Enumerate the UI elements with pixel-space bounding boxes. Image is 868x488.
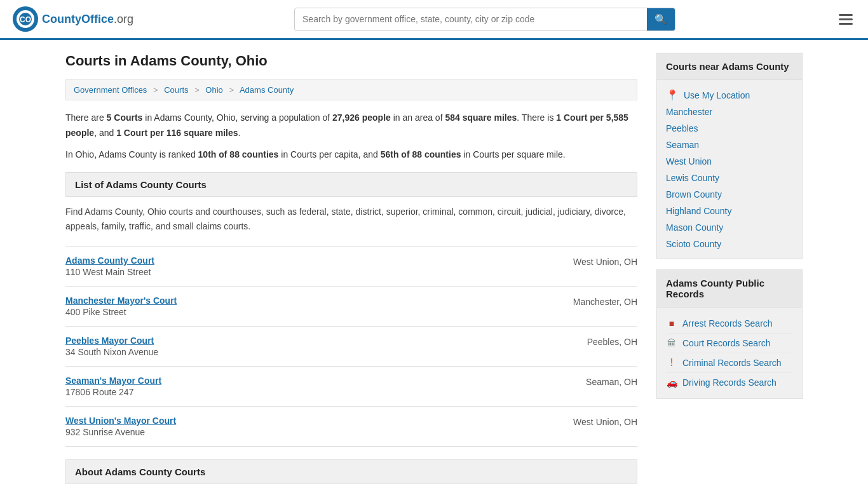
rank-para: In Ohio, Adams County is ranked 10th of … [65, 147, 637, 163]
sidebar-county-highland[interactable]: Highland County [666, 203, 793, 219]
court-row-0: Adams County Court 110 West Main Street … [65, 255, 637, 277]
pub-record-item-1: 🏛 Court Records Search [666, 334, 793, 353]
content-area: Courts in Adams County, Ohio Government … [65, 53, 637, 484]
sidebar-county-mason[interactable]: Mason County [666, 219, 793, 236]
use-my-location-link[interactable]: Use My Location [684, 90, 750, 100]
court-item-4: West Union's Mayor Court 932 Sunrise Ave… [65, 406, 637, 447]
court-name-3[interactable]: Seaman's Mayor Court [65, 376, 161, 386]
driving-records-link[interactable]: Driving Records Search [682, 377, 776, 388]
courts-near-box: Courts near Adams County 📍 Use My Locati… [656, 53, 803, 259]
population: 27,926 people [332, 112, 391, 123]
public-records-box: Adams County Public Records ■ Arrest Rec… [656, 269, 803, 399]
court-row-2: Peebles Mayor Court 34 South Nixon Avenu… [65, 336, 637, 357]
pub-record-item-2: ! Criminal Records Search [666, 353, 793, 373]
breadcrumb-sep-3: > [229, 85, 234, 95]
search-icon: 🔍 [654, 14, 667, 25]
sidebar-county-lewis[interactable]: Lewis County [666, 170, 793, 186]
sidebar: Courts near Adams County 📍 Use My Locati… [656, 53, 803, 484]
sidebar-city-manchester[interactable]: Manchester [666, 104, 793, 120]
sidebar-city-seaman[interactable]: Seaman [666, 137, 793, 153]
public-records-header: Adams County Public Records [657, 270, 802, 308]
court-list: Adams County Court 110 West Main Street … [65, 246, 637, 447]
sidebar-city-peebles[interactable]: Peebles [666, 120, 793, 137]
court-item-0: Adams County Court 110 West Main Street … [65, 246, 637, 286]
court-row-4: West Union's Mayor Court 932 Sunrise Ave… [65, 416, 637, 437]
criminal-icon: ! [666, 357, 677, 369]
courts-count: 5 Courts [107, 112, 143, 123]
court-location-4: West Union, OH [573, 417, 637, 427]
courts-near-header: Courts near Adams County [657, 53, 802, 80]
arrest-icon: ■ [666, 318, 677, 329]
main-container: Courts in Adams County, Ohio Government … [53, 40, 815, 488]
court-name-2[interactable]: Peebles Mayor Court [65, 336, 158, 346]
breadcrumb-sep-2: > [194, 85, 200, 95]
search-button[interactable]: 🔍 [647, 8, 675, 30]
description-text: Find Adams County, Ohio courts and court… [65, 205, 637, 233]
sidebar-county-brown[interactable]: Brown County [666, 186, 793, 203]
court-location-2: Peebles, OH [587, 337, 637, 347]
court-records-link[interactable]: Court Records Search [682, 338, 771, 348]
court-item-1: Manchester Mayor's Court 400 Pike Street… [65, 286, 637, 326]
menu-button[interactable] [836, 11, 855, 27]
use-my-location-item: 📍 Use My Location [666, 86, 793, 104]
court-name-1[interactable]: Manchester Mayor's Court [65, 295, 177, 306]
svg-text:CO: CO [20, 15, 31, 24]
court-location-1: Manchester, OH [573, 297, 637, 307]
breadcrumb-item-gov[interactable]: Government Offices [74, 85, 147, 95]
court-info-2: Peebles Mayor Court 34 South Nixon Avenu… [65, 336, 158, 357]
court-info-0: Adams County Court 110 West Main Street [65, 255, 154, 277]
criminal-records-link[interactable]: Criminal Records Search [682, 358, 782, 368]
court-location-3: Seaman, OH [586, 377, 637, 387]
area: 584 square miles [445, 112, 517, 123]
menu-bar-top [839, 14, 853, 16]
court-name-4[interactable]: West Union's Mayor Court [65, 416, 176, 426]
menu-bar-mid [839, 18, 853, 20]
rank-capita: 10th of 88 counties [198, 149, 279, 159]
court-address-2: 34 South Nixon Avenue [65, 347, 158, 357]
court-info-1: Manchester Mayor's Court 400 Pike Street [65, 295, 177, 317]
breadcrumb: Government Offices > Courts > Ohio > Ada… [65, 79, 637, 100]
pub-record-item-3: 🚗 Driving Records Search [666, 373, 793, 392]
breadcrumb-sep-1: > [153, 85, 158, 95]
breadcrumb-item-adams[interactable]: Adams County [240, 85, 294, 95]
court-location-0: West Union, OH [573, 257, 637, 267]
court-info-3: Seaman's Mayor Court 17806 Route 247 [65, 376, 161, 397]
court-address-1: 400 Pike Street [65, 307, 177, 317]
logo-text: CountyOffice.org [42, 13, 133, 26]
court-address-4: 932 Sunrise Avenue [65, 427, 176, 437]
public-records-content: ■ Arrest Records Search 🏛 Court Records … [657, 308, 802, 398]
logo-icon: CO [13, 6, 38, 32]
court-name-0[interactable]: Adams County Court [65, 255, 154, 266]
court-item-2: Peebles Mayor Court 34 South Nixon Avenu… [65, 326, 637, 366]
court-address-3: 17806 Route 247 [65, 387, 161, 397]
page-title: Courts in Adams County, Ohio [65, 53, 637, 69]
court-info-4: West Union's Mayor Court 932 Sunrise Ave… [65, 416, 176, 437]
sidebar-county-scioto[interactable]: Scioto County [666, 236, 793, 252]
courts-near-content: 📍 Use My Location Manchester Peebles Sea… [657, 80, 802, 259]
about-section-header: About Adams County Courts [65, 459, 637, 484]
court-row-3: Seaman's Mayor Court 17806 Route 247 Sea… [65, 376, 637, 397]
logo-area: CO CountyOffice.org [13, 6, 133, 32]
search-input[interactable] [295, 9, 647, 29]
search-area: 🔍 [294, 8, 675, 31]
driving-icon: 🚗 [666, 377, 677, 388]
breadcrumb-item-courts[interactable]: Courts [164, 85, 188, 95]
court-icon: 🏛 [666, 337, 677, 349]
rank-mile: 56th of 88 counties [381, 149, 461, 159]
breadcrumb-item-ohio[interactable]: Ohio [205, 85, 222, 95]
pub-record-item-0: ■ Arrest Records Search [666, 314, 793, 334]
per-mile: 1 Court per 116 square miles [116, 128, 238, 138]
stats-para: There are 5 Courts in Adams County, Ohio… [65, 111, 637, 141]
court-row-1: Manchester Mayor's Court 400 Pike Street… [65, 295, 637, 317]
court-item-3: Seaman's Mayor Court 17806 Route 247 Sea… [65, 366, 637, 406]
arrest-records-link[interactable]: Arrest Records Search [682, 318, 773, 329]
location-pin-icon: 📍 [666, 89, 679, 101]
court-address-0: 110 West Main Street [65, 267, 154, 277]
menu-bar-bot [839, 23, 853, 25]
list-section-header: List of Adams County Courts [65, 172, 637, 197]
search-input-wrapper: 🔍 [294, 8, 675, 31]
header: CO CountyOffice.org 🔍 [0, 0, 868, 40]
sidebar-city-west-union[interactable]: West Union [666, 153, 793, 170]
